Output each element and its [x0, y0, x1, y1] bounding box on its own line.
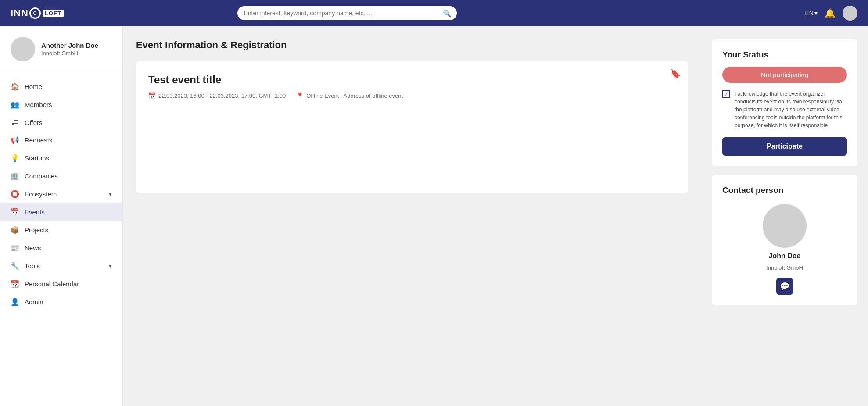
admin-icon: 👤: [11, 298, 19, 306]
search-icon: 🔍: [443, 9, 452, 18]
calendar-icon: 📅: [148, 92, 156, 99]
sidebar-label-home: Home: [25, 83, 42, 90]
news-icon: 📰: [11, 244, 19, 252]
profile-avatar: [11, 37, 35, 61]
contact-title: Contact person: [722, 185, 847, 195]
sidebar-item-companies[interactable]: 🏢 Companies: [0, 167, 122, 185]
sidebar-item-projects[interactable]: 📦 Projects: [0, 221, 122, 239]
sidebar-label-ecosystem: Ecosystem: [25, 190, 57, 198]
sidebar-label-news: News: [25, 244, 41, 252]
status-badge: Not participating: [722, 67, 847, 83]
projects-icon: 📦: [11, 226, 19, 234]
sidebar-label-requests: Requests: [25, 136, 52, 144]
status-card: Your Status Not participating ✓ I acknow…: [712, 39, 857, 166]
location-icon: 📍: [296, 92, 304, 99]
language-selector[interactable]: EN ▾: [805, 10, 818, 17]
message-icon: 💬: [780, 281, 789, 291]
sidebar-item-news[interactable]: 📰 News: [0, 239, 122, 257]
logo-inno: INN: [11, 7, 29, 19]
startups-icon: 💡: [11, 154, 19, 162]
sidebar-nav: 🏠 Home 👥 Members 🏷 Offers 📢 Requests 💡 S…: [0, 78, 122, 311]
main-content: Event Information & Registration 🔖 Test …: [123, 26, 701, 406]
sidebar-item-offers[interactable]: 🏷 Offers: [0, 114, 122, 131]
sidebar-item-admin[interactable]: 👤 Admin: [0, 293, 122, 311]
sidebar-label-members: Members: [25, 101, 52, 108]
sidebar-label-personal-calendar: Personal Calendar: [25, 280, 79, 288]
status-title: Your Status: [722, 50, 847, 60]
ecosystem-chevron-icon: ▾: [109, 191, 112, 197]
sidebar-label-events: Events: [25, 208, 45, 216]
event-location: Offline Event · Address of offline event: [306, 93, 403, 99]
top-navigation: INNOLOFT 🔍 EN ▾ 🔔: [0, 0, 868, 26]
event-location-meta: 📍 Offline Event · Address of offline eve…: [296, 92, 403, 99]
sidebar-profile: Another John Doe Innoloft GmbH: [0, 37, 122, 72]
acknowledge-row: ✓ I acknowledge that the event organizer…: [722, 90, 847, 129]
companies-icon: 🏢: [11, 172, 19, 180]
sidebar-item-requests[interactable]: 📢 Requests: [0, 131, 122, 149]
contact-person-info: John Doe Innoloft GmbH 💬: [722, 204, 847, 295]
event-date: 22.03.2023, 16:00 - 22.03.2023, 17:00, G…: [158, 93, 286, 99]
contact-message-button[interactable]: 💬: [776, 278, 793, 295]
tools-chevron-icon: ▾: [109, 263, 112, 269]
sidebar-item-members[interactable]: 👥 Members: [0, 96, 122, 114]
participate-button[interactable]: Participate: [722, 137, 847, 156]
search-input[interactable]: [237, 6, 457, 20]
personal-calendar-icon: 📆: [11, 280, 19, 288]
home-icon: 🏠: [11, 82, 19, 91]
sidebar-label-startups: Startups: [25, 154, 49, 162]
logo-o: O: [29, 7, 41, 19]
event-date-meta: 📅 22.03.2023, 16:00 - 22.03.2023, 17:00,…: [148, 92, 286, 99]
layout: Another John Doe Innoloft GmbH 🏠 Home 👥 …: [0, 26, 868, 406]
acknowledge-checkbox[interactable]: ✓: [722, 90, 730, 98]
contact-avatar: [763, 204, 807, 248]
profile-info: Another John Doe Innoloft GmbH: [41, 42, 98, 57]
requests-icon: 📢: [11, 136, 19, 144]
sidebar-label-admin: Admin: [25, 298, 43, 306]
contact-name: John Doe: [769, 252, 801, 260]
search-bar: 🔍: [237, 6, 457, 20]
sidebar-label-companies: Companies: [25, 172, 58, 180]
sidebar-item-personal-calendar[interactable]: 📆 Personal Calendar: [0, 275, 122, 293]
event-meta: 📅 22.03.2023, 16:00 - 22.03.2023, 17:00,…: [148, 92, 676, 99]
notifications-icon[interactable]: 🔔: [825, 8, 836, 18]
sidebar: Another John Doe Innoloft GmbH 🏠 Home 👥 …: [0, 26, 123, 406]
members-icon: 👥: [11, 100, 19, 109]
topnav-right: EN ▾ 🔔: [805, 6, 857, 21]
page-title: Event Information & Registration: [136, 39, 688, 51]
sidebar-item-home[interactable]: 🏠 Home: [0, 78, 122, 96]
logo-loft: LOFT: [43, 10, 64, 17]
bookmark-button[interactable]: 🔖: [670, 68, 681, 79]
sidebar-label-projects: Projects: [25, 226, 48, 234]
ecosystem-icon: ⭕: [11, 190, 19, 198]
right-panel: Your Status Not participating ✓ I acknow…: [701, 26, 868, 406]
offers-icon: 🏷: [11, 118, 19, 126]
sidebar-item-events[interactable]: 📅 Events: [0, 203, 122, 221]
event-card: 🔖 Test event title 📅 22.03.2023, 16:00 -…: [136, 61, 688, 193]
user-avatar-top[interactable]: [843, 6, 857, 21]
sidebar-label-tools: Tools: [25, 262, 40, 270]
event-title: Test event title: [148, 74, 676, 86]
profile-name: Another John Doe: [41, 42, 98, 49]
profile-company: Innoloft GmbH: [41, 50, 98, 57]
logo[interactable]: INNOLOFT: [11, 7, 64, 19]
sidebar-item-ecosystem[interactable]: ⭕ Ecosystem ▾: [0, 185, 122, 203]
sidebar-item-tools[interactable]: 🔧 Tools ▾: [0, 257, 122, 275]
contact-company: Innoloft GmbH: [766, 264, 803, 271]
events-icon: 📅: [11, 208, 19, 216]
contact-card: Contact person John Doe Innoloft GmbH 💬: [712, 175, 857, 305]
tools-icon: 🔧: [11, 262, 19, 270]
acknowledge-text: I acknowledge that the event organizer c…: [735, 90, 847, 129]
sidebar-label-offers: Offers: [25, 119, 43, 126]
sidebar-item-startups[interactable]: 💡 Startups: [0, 149, 122, 167]
